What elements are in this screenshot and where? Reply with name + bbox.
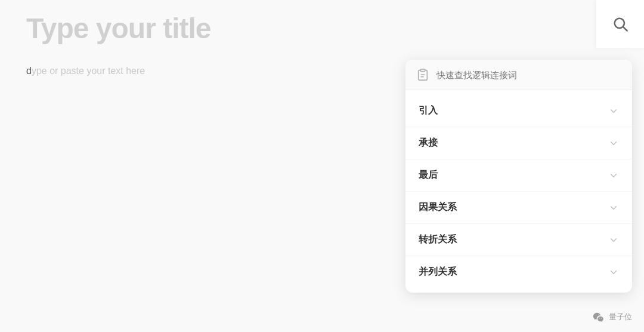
category-item-causality[interactable]: 因果关系	[405, 192, 632, 224]
category-list: 引入承接最后因果关系转折关系并列关系	[405, 90, 632, 293]
category-label: 转折关系	[419, 233, 457, 246]
chevron-down-icon	[608, 267, 619, 278]
category-label: 承接	[419, 137, 438, 149]
chevron-down-icon	[608, 106, 619, 116]
dropdown-search-bar[interactable]	[405, 60, 632, 90]
watermark-text: 量子位	[609, 312, 632, 322]
chevron-down-icon	[608, 138, 619, 149]
category-item-intro[interactable]: 引入	[405, 95, 632, 127]
dropdown-search-input[interactable]	[436, 70, 621, 80]
category-label: 因果关系	[419, 201, 457, 214]
chevron-down-icon	[608, 170, 619, 181]
watermark: 量子位	[592, 311, 632, 324]
category-label: 引入	[419, 104, 438, 117]
editor-placeholder: ype or paste your text here	[32, 66, 145, 76]
editor-area[interactable]: dype or paste your text here	[26, 66, 384, 76]
page-title[interactable]: Type your title	[26, 12, 211, 45]
category-item-parallel[interactable]: 并列关系	[405, 256, 632, 288]
category-item-contrast[interactable]: 转折关系	[405, 224, 632, 256]
category-item-finally[interactable]: 最后	[405, 159, 632, 192]
clipboard-icon	[416, 68, 429, 81]
chevron-down-icon	[608, 235, 619, 245]
search-button[interactable]	[596, 0, 644, 48]
search-icon	[612, 16, 628, 32]
title-area: Type your title	[26, 12, 211, 45]
svg-point-0	[615, 19, 624, 28]
main-area: Type your title dype or paste your text …	[0, 0, 644, 332]
svg-rect-2	[420, 69, 425, 72]
category-item-transition[interactable]: 承接	[405, 127, 632, 159]
svg-line-1	[624, 27, 627, 31]
category-label: 最后	[419, 169, 438, 182]
chevron-down-icon	[608, 202, 619, 213]
cursor-char: d	[26, 66, 32, 76]
dropdown-panel: 引入承接最后因果关系转折关系并列关系	[405, 60, 632, 293]
category-label: 并列关系	[419, 266, 457, 278]
wechat-icon	[592, 311, 605, 324]
